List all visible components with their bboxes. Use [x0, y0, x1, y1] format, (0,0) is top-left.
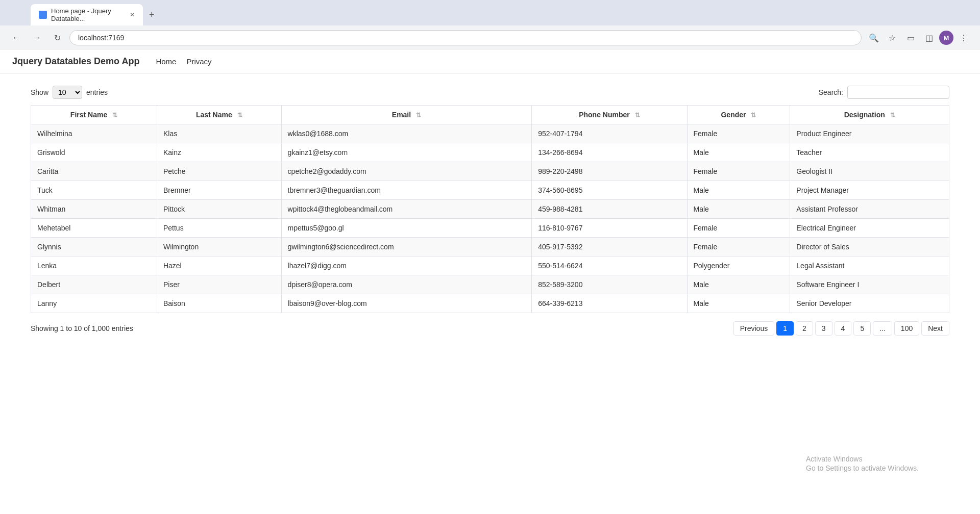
browser-nav-icons: 🔍 ☆ ▭ ◫ M ⋮	[866, 30, 972, 46]
menu-icon[interactable]: ⋮	[955, 30, 972, 46]
cell-firstName: Whitman	[31, 200, 157, 219]
cell-gender: Male	[687, 200, 790, 219]
cell-designation: Legal Assistant	[790, 256, 949, 275]
page-5-button[interactable]: 5	[853, 321, 871, 336]
show-entries-label: Show	[31, 88, 48, 96]
cell-phone: 852-589-3200	[532, 275, 687, 294]
cell-firstName: Lenka	[31, 256, 157, 275]
reload-button[interactable]: ↻	[49, 30, 65, 46]
cell-firstName: Wilhelmina	[31, 124, 157, 143]
cell-lastName: Pittock	[157, 200, 281, 219]
col-phone[interactable]: Phone Number ⇅	[532, 106, 687, 124]
cell-firstName: Mehetabel	[31, 219, 157, 238]
next-page-button[interactable]: Next	[921, 321, 949, 336]
sort-icon-first-name: ⇅	[112, 112, 117, 119]
cell-designation: Product Engineer	[790, 124, 949, 143]
col-email[interactable]: Email ⇅	[281, 106, 532, 124]
cell-lastName: Petche	[157, 162, 281, 181]
cell-email: wpittock4@theglobeandmail.com	[281, 200, 532, 219]
nav-links: Home Privacy	[156, 57, 211, 66]
cell-email: dpiser8@opera.com	[281, 275, 532, 294]
table-body: WilhelminaKlaswklas0@1688.com952-407-179…	[31, 124, 949, 313]
cell-email: lhazel7@digg.com	[281, 256, 532, 275]
search-label: Search:	[819, 88, 843, 96]
back-button[interactable]: ←	[8, 30, 24, 46]
cell-gender: Male	[687, 294, 790, 313]
search-icon[interactable]: 🔍	[866, 30, 882, 46]
cell-designation: Software Engineer I	[790, 275, 949, 294]
col-first-name[interactable]: First Name ⇅	[31, 106, 157, 124]
bookmark-icon[interactable]: ☆	[884, 30, 900, 46]
page-1-button[interactable]: 1	[776, 321, 794, 336]
cell-gender: Male	[687, 143, 790, 162]
table-row: LannyBaisonlbaison9@over-blog.com664-339…	[31, 294, 949, 313]
table-row: WilhelminaKlaswklas0@1688.com952-407-179…	[31, 124, 949, 143]
page-4-button[interactable]: 4	[835, 321, 852, 336]
page-100-button[interactable]: 100	[894, 321, 919, 336]
cell-email: tbremner3@theguardian.com	[281, 181, 532, 200]
cell-email: wklas0@1688.com	[281, 124, 532, 143]
cell-phone: 550-514-6624	[532, 256, 687, 275]
forward-button[interactable]: →	[29, 30, 45, 46]
pagination: Previous 1 2 3 4 5 ... 100 Next	[733, 321, 949, 336]
col-last-name[interactable]: Last Name ⇅	[157, 106, 281, 124]
tab-close-button[interactable]: ✕	[130, 11, 135, 18]
cell-designation: Assistant Professor	[790, 200, 949, 219]
sort-icon-designation: ⇅	[890, 112, 895, 119]
prev-page-button[interactable]: Previous	[733, 321, 774, 336]
showing-info: Showing 1 to 10 of 1,000 entries	[31, 324, 133, 332]
cell-gender: Female	[687, 162, 790, 181]
cell-lastName: Bremner	[157, 181, 281, 200]
user-avatar[interactable]: M	[939, 31, 953, 45]
cell-lastName: Baison	[157, 294, 281, 313]
col-designation[interactable]: Designation ⇅	[790, 106, 949, 124]
tab-favicon	[39, 11, 47, 19]
page-2-button[interactable]: 2	[796, 321, 813, 336]
table-row: DelbertPiserdpiser8@opera.com852-589-320…	[31, 275, 949, 294]
cell-firstName: Glynnis	[31, 238, 157, 256]
cell-firstName: Tuck	[31, 181, 157, 200]
data-table: First Name ⇅ Last Name ⇅ Email ⇅ Phone N…	[31, 105, 949, 313]
cell-lastName: Pettus	[157, 219, 281, 238]
datatable-controls-bottom: Showing 1 to 10 of 1,000 entries Previou…	[31, 321, 949, 336]
cell-phone: 116-810-9767	[532, 219, 687, 238]
cell-designation: Electrical Engineer	[790, 219, 949, 238]
main-container: Show 10 25 50 100 entries Search:	[0, 73, 980, 348]
cell-phone: 134-266-8694	[532, 143, 687, 162]
cell-phone: 989-220-2498	[532, 162, 687, 181]
cell-gender: Polygender	[687, 256, 790, 275]
address-bar[interactable]: localhost:7169	[69, 30, 862, 45]
search-input[interactable]	[847, 86, 949, 99]
page-ellipsis: ...	[873, 321, 892, 336]
search-box: Search:	[819, 86, 949, 99]
split-view-icon[interactable]: ◫	[921, 30, 937, 46]
cell-lastName: Piser	[157, 275, 281, 294]
col-gender[interactable]: Gender ⇅	[687, 106, 790, 124]
app-brand: Jquery Datatables Demo App	[12, 56, 139, 67]
cell-lastName: Hazel	[157, 256, 281, 275]
new-tab-button[interactable]: +	[145, 8, 159, 22]
nav-privacy-link[interactable]: Privacy	[186, 57, 211, 66]
nav-bar: ← → ↻ localhost:7169 🔍 ☆ ▭ ◫ M ⋮	[0, 25, 980, 50]
sort-icon-gender: ⇅	[751, 112, 756, 119]
table-row: TuckBremnertbremner3@theguardian.com374-…	[31, 181, 949, 200]
page-3-button[interactable]: 3	[815, 321, 832, 336]
table-row: WhitmanPittockwpittock4@theglobeandmail.…	[31, 200, 949, 219]
active-tab[interactable]: Home page - Jquery Datatable... ✕	[31, 4, 143, 25]
table-header-row: First Name ⇅ Last Name ⇅ Email ⇅ Phone N…	[31, 106, 949, 124]
cell-email: cpetche2@godaddy.com	[281, 162, 532, 181]
extensions-icon[interactable]: ▭	[902, 30, 919, 46]
table-row: GriswoldKainzgkainz1@etsy.com134-266-869…	[31, 143, 949, 162]
nav-home-link[interactable]: Home	[156, 57, 176, 66]
cell-lastName: Klas	[157, 124, 281, 143]
show-entries-control: Show 10 25 50 100 entries	[31, 86, 108, 99]
entries-suffix: entries	[86, 88, 108, 96]
table-row: MehetabelPettusmpettus5@goo.gl116-810-97…	[31, 219, 949, 238]
cell-lastName: Wilmington	[157, 238, 281, 256]
cell-gender: Male	[687, 275, 790, 294]
table-row: CarittaPetchecpetche2@godaddy.com989-220…	[31, 162, 949, 181]
cell-phone: 374-560-8695	[532, 181, 687, 200]
cell-gender: Female	[687, 219, 790, 238]
entries-select[interactable]: 10 25 50 100	[53, 86, 82, 99]
cell-designation: Teacher	[790, 143, 949, 162]
